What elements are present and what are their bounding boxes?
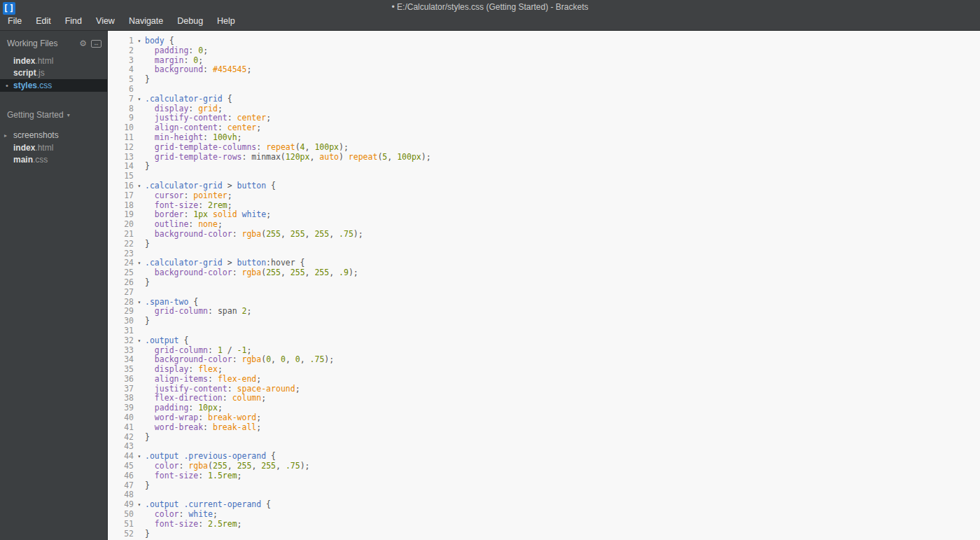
code-line-12[interactable]: 12 grid-template-columns: repeat(4, 100p…: [108, 143, 980, 153]
code-line-8[interactable]: 8 display: grid;: [108, 104, 980, 114]
fold-arrow-icon[interactable]: ▾: [134, 336, 145, 346]
code-line-43[interactable]: 43: [108, 442, 980, 452]
code-line-40[interactable]: 40 word-wrap: break-word;: [108, 413, 980, 423]
working-file-styles-css[interactable]: •styles.css: [0, 79, 107, 92]
code-line-22[interactable]: 22}: [108, 240, 980, 249]
code-line-35[interactable]: 35 display: flex;: [108, 365, 980, 375]
code-line-21[interactable]: 21 background-color: rgba(255, 255, 255,…: [108, 230, 980, 240]
code-line-17[interactable]: 17 cursor: pointer;: [108, 191, 980, 201]
line-number: 50: [108, 510, 134, 520]
line-number: 23: [108, 249, 134, 259]
code-line-9[interactable]: 9 justify-content: center;: [108, 113, 980, 123]
line-number: 35: [108, 365, 134, 375]
working-file-script-js[interactable]: script.js: [0, 67, 107, 79]
line-number: 13: [108, 153, 134, 162]
code-line-6[interactable]: 6: [108, 85, 980, 95]
fold-gutter: [134, 278, 145, 288]
code-line-41[interactable]: 41 word-break: break-all;: [108, 423, 980, 433]
fold-gutter: [134, 413, 145, 423]
fold-gutter: [134, 307, 145, 317]
code-line-2[interactable]: 2 padding: 0;: [108, 46, 980, 56]
code-line-48[interactable]: 48: [108, 490, 980, 500]
fold-arrow-icon[interactable]: ▾: [134, 452, 145, 462]
code-text: font-size: 1.5rem;: [145, 471, 242, 481]
code-line-27[interactable]: 27: [108, 288, 980, 298]
code-line-39[interactable]: 39 padding: 10px;: [108, 403, 980, 413]
menu-item-file[interactable]: File: [1, 13, 29, 29]
code-line-10[interactable]: 10 align-content: center;: [108, 123, 980, 133]
code-line-52[interactable]: 52}: [108, 529, 980, 539]
code-line-36[interactable]: 36 align-items: flex-end;: [108, 375, 980, 385]
code-line-49[interactable]: 49▾.output .current-operand {: [108, 500, 980, 510]
code-line-15[interactable]: 15: [108, 172, 980, 181]
project-dropdown[interactable]: Getting Started▾: [0, 109, 107, 120]
code-line-5[interactable]: 5}: [108, 75, 980, 85]
code-line-19[interactable]: 19 border: 1px solid white;: [108, 210, 980, 220]
fold-gutter: [134, 365, 145, 375]
code-line-45[interactable]: 45 color: rgba(255, 255, 255, .75);: [108, 462, 980, 471]
gear-icon[interactable]: ⚙: [79, 39, 87, 48]
fold-gutter: [134, 240, 145, 249]
code-line-13[interactable]: 13 grid-template-rows: minmax(120px, aut…: [108, 153, 980, 162]
code-line-46[interactable]: 46 font-size: 1.5rem;: [108, 471, 980, 481]
tree-file-main-css[interactable]: main.css: [0, 154, 107, 167]
menu-item-navigate[interactable]: Navigate: [122, 13, 170, 29]
fold-gutter: [134, 133, 145, 143]
fold-gutter: [134, 510, 145, 520]
code-line-51[interactable]: 51 font-size: 2.5rem;: [108, 520, 980, 529]
code-line-28[interactable]: 28▾.span-two {: [108, 298, 980, 307]
line-number: 27: [108, 288, 134, 298]
code-line-50[interactable]: 50 color: white;: [108, 510, 980, 520]
code-line-42[interactable]: 42}: [108, 433, 980, 443]
tree-file-index-html[interactable]: index.html: [0, 142, 107, 155]
code-line-26[interactable]: 26}: [108, 278, 980, 288]
code-line-24[interactable]: 24▾.calculator-grid > button:hover {: [108, 258, 980, 268]
window-title: • E:/Calculator/styles.css (Getting Star…: [0, 2, 980, 12]
code-line-34[interactable]: 34 background-color: rgba(0, 0, 0, .75);: [108, 355, 980, 365]
working-files-list: index.htmlscript.js•styles.css: [0, 55, 107, 92]
code-line-38[interactable]: 38 flex-direction: column;: [108, 394, 980, 403]
code-line-32[interactable]: 32▾.output {: [108, 336, 980, 346]
menu-item-help[interactable]: Help: [210, 13, 242, 29]
fold-arrow-icon[interactable]: ▾: [134, 181, 145, 191]
code-line-18[interactable]: 18 font-size: 2rem;: [108, 201, 980, 211]
code-editor[interactable]: 1▾body {2 padding: 0;3 margin: 0;4 backg…: [108, 31, 980, 540]
code-line-33[interactable]: 33 grid-column: 1 / -1;: [108, 346, 980, 356]
menu-item-edit[interactable]: Edit: [29, 13, 58, 29]
code-line-20[interactable]: 20 outline: none;: [108, 220, 980, 230]
code-line-23[interactable]: 23: [108, 249, 980, 259]
fold-arrow-icon[interactable]: ▾: [134, 95, 145, 104]
tree-folder-screenshots[interactable]: ▸screenshots: [0, 130, 107, 142]
menu-item-view[interactable]: View: [89, 13, 122, 29]
code-line-1[interactable]: 1▾body {: [108, 36, 980, 46]
code-line-16[interactable]: 16▾.calculator-grid > button {: [108, 181, 980, 191]
working-files-actions: ⚙ ↔: [79, 39, 102, 48]
fold-arrow-icon[interactable]: ▾: [134, 36, 145, 46]
code-line-44[interactable]: 44▾.output .previous-operand {: [108, 452, 980, 462]
code-text: background-color: rgba(0, 0, 0, .75);: [145, 355, 334, 365]
code-line-31[interactable]: 31: [108, 326, 980, 336]
fold-arrow-icon[interactable]: ▾: [134, 258, 145, 268]
menu-item-debug[interactable]: Debug: [170, 13, 210, 29]
chevron-right-icon: ▸: [4, 130, 7, 142]
fold-gutter: [134, 123, 145, 133]
menu-item-find[interactable]: Find: [58, 13, 89, 29]
code-line-25[interactable]: 25 background-color: rgba(255, 255, 255,…: [108, 268, 980, 278]
code-line-30[interactable]: 30}: [108, 317, 980, 326]
code-line-47[interactable]: 47}: [108, 481, 980, 491]
fold-gutter: [134, 355, 145, 365]
code-line-7[interactable]: 7▾.calculator-grid {: [108, 95, 980, 104]
code-line-29[interactable]: 29 grid-column: span 2;: [108, 307, 980, 317]
working-file-index-html[interactable]: index.html: [0, 55, 107, 67]
code-line-37[interactable]: 37 justify-content: space-around;: [108, 385, 980, 394]
code-line-4[interactable]: 4 background: #454545;: [108, 65, 980, 75]
fold-arrow-icon[interactable]: ▾: [134, 500, 145, 510]
code-line-11[interactable]: 11 min-height: 100vh;: [108, 133, 980, 143]
code-line-14[interactable]: 14}: [108, 162, 980, 172]
fold-gutter: [134, 85, 145, 95]
code-line-3[interactable]: 3 margin: 0;: [108, 56, 980, 66]
line-number: 39: [108, 403, 134, 413]
split-view-icon[interactable]: ↔: [91, 40, 102, 48]
fold-arrow-icon[interactable]: ▾: [134, 298, 145, 307]
line-number: 26: [108, 278, 134, 288]
